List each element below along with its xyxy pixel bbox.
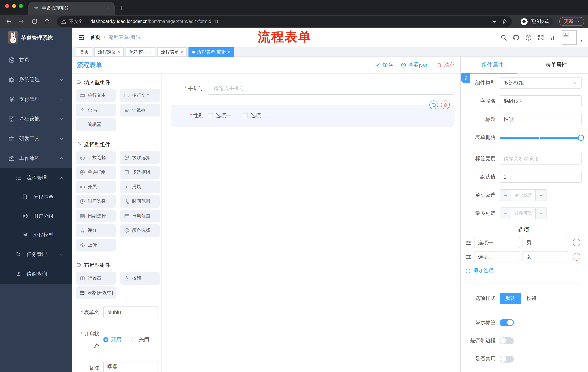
- save-button[interactable]: 保存: [375, 62, 393, 68]
- tag-process-form[interactable]: 流程表单×: [157, 47, 187, 57]
- sidebar-item-task-mgmt[interactable]: 任务管理: [0, 244, 73, 264]
- home-icon[interactable]: [42, 16, 52, 27]
- link-icon[interactable]: [461, 74, 470, 83]
- style-default-button[interactable]: 默认: [500, 293, 521, 304]
- component-cascader[interactable]: 级联选择: [120, 151, 160, 164]
- sidebar-fold-icon[interactable]: [73, 34, 90, 41]
- tag-home[interactable]: 首页: [76, 47, 92, 57]
- option2-value-input[interactable]: [523, 251, 568, 262]
- reload-icon[interactable]: [29, 16, 39, 27]
- component-multi-text[interactable]: 多行文本: [120, 89, 160, 102]
- slider-track[interactable]: [500, 137, 583, 139]
- min-select-stepper[interactable]: − 至少应选 +: [500, 189, 547, 201]
- window-controls[interactable]: [5, 4, 23, 8]
- component-select[interactable]: 下拉选择: [76, 151, 116, 164]
- slider-handle[interactable]: [578, 135, 584, 141]
- close-tab-icon[interactable]: ×: [105, 5, 111, 11]
- browser-update-button[interactable]: 更新 ⋮: [559, 17, 584, 26]
- component-radio-group[interactable]: 单选框组: [76, 166, 116, 179]
- sidebar-item-process-mgmt[interactable]: 流程管理: [0, 168, 73, 188]
- option2-label-input[interactable]: [474, 251, 520, 262]
- tag-process-model[interactable]: 流程模型×: [126, 47, 155, 57]
- close-icon[interactable]: ×: [118, 50, 120, 54]
- sidebar-item-infra[interactable]: 基础设施: [0, 109, 73, 129]
- copy-component-button[interactable]: [429, 100, 438, 109]
- canvas-field-phone[interactable]: 手机号 请输入手机号: [162, 82, 460, 95]
- component-counter[interactable]: 123 计数器: [120, 104, 160, 117]
- security-label[interactable]: 不安全: [69, 18, 83, 25]
- back-icon[interactable]: [4, 16, 14, 27]
- form-canvas[interactable]: 手机号 请输入手机号: [162, 74, 460, 372]
- component-password[interactable]: 密码: [76, 104, 116, 117]
- component-upload[interactable]: 上传: [76, 239, 116, 252]
- sidebar-item-workflow[interactable]: 工作流程: [0, 149, 73, 168]
- github-icon[interactable]: [512, 34, 520, 41]
- sidebar-item-process-form[interactable]: 流程表单: [0, 188, 73, 207]
- sidebar-item-system[interactable]: 系统管理: [0, 70, 73, 90]
- phone-input[interactable]: 请输入手机号: [208, 82, 454, 95]
- canvas-field-gender-selected[interactable]: 性别 选项一 选项二: [171, 105, 454, 127]
- help-icon[interactable]: [525, 34, 532, 41]
- avatar[interactable]: [562, 30, 577, 45]
- option1-value-input[interactable]: [523, 237, 568, 248]
- default-value-input[interactable]: [500, 171, 582, 183]
- border-toggle[interactable]: [500, 337, 514, 344]
- sidebar-item-devtools[interactable]: 研发工具: [0, 129, 73, 149]
- tag-process-form-edit[interactable]: 流程表单-编辑×: [189, 47, 234, 57]
- component-slider[interactable]: 滑块: [120, 181, 160, 193]
- remove-option-button[interactable]: −: [573, 239, 580, 246]
- address-bar[interactable]: 不安全 dashboard.yudao.iocoder.cn/bpm/manag…: [57, 16, 512, 27]
- browser-menu-icon[interactable]: ⋮: [576, 19, 581, 24]
- close-icon[interactable]: ×: [149, 50, 152, 54]
- status-on-radio[interactable]: 开启: [103, 336, 121, 343]
- maximize-window-icon[interactable]: [19, 4, 23, 8]
- minus-button[interactable]: −: [500, 208, 511, 219]
- component-date-picker[interactable]: 日期选择: [76, 210, 116, 223]
- avatar-caret-icon[interactable]: ▼: [580, 39, 583, 43]
- component-row-container[interactable]: 行容器: [76, 272, 116, 285]
- search-icon[interactable]: [500, 34, 507, 41]
- new-tab-button[interactable]: +: [120, 4, 124, 12]
- breadcrumb-home[interactable]: 首页: [90, 34, 100, 41]
- password-key-icon[interactable]: [491, 19, 497, 24]
- component-editor[interactable]: 编辑器: [76, 118, 116, 131]
- sidebar-item-user-group[interactable]: 用户分组: [0, 207, 73, 226]
- component-color-picker[interactable]: 颜色选择: [120, 224, 160, 237]
- plus-button[interactable]: +: [535, 208, 546, 219]
- clear-button[interactable]: 清空: [437, 62, 454, 68]
- component-checkbox-group[interactable]: 多选框组: [120, 166, 160, 179]
- status-off-radio[interactable]: 关闭: [131, 336, 149, 343]
- view-json-button[interactable]: 查看json: [401, 62, 429, 68]
- close-icon[interactable]: ×: [228, 50, 230, 54]
- disabled-toggle[interactable]: [500, 355, 514, 362]
- sidebar-item-home[interactable]: 首页: [0, 50, 73, 70]
- tag-process-definition[interactable]: 流程定义×: [94, 47, 124, 57]
- font-size-icon[interactable]: [549, 34, 557, 41]
- component-time-picker[interactable]: 时间选择: [76, 195, 116, 208]
- close-window-icon[interactable]: [5, 4, 9, 8]
- gender-option2-checkbox[interactable]: 选项二: [243, 112, 266, 119]
- minimize-window-icon[interactable]: [12, 4, 16, 8]
- drag-handle-icon[interactable]: [465, 239, 472, 246]
- remove-option-button[interactable]: −: [573, 253, 580, 261]
- form-grid-slider[interactable]: [500, 132, 583, 143]
- sidebar-item-payment[interactable]: 支付管理: [0, 90, 73, 109]
- tab-component-props[interactable]: 组件属性: [461, 57, 524, 73]
- style-button-button[interactable]: 按钮: [521, 293, 542, 304]
- component-type-select[interactable]: 多选框组: [500, 77, 582, 89]
- component-table-dev[interactable]: 表格[开发中]: [76, 287, 116, 299]
- show-label-toggle[interactable]: [500, 319, 514, 326]
- bookmark-star-icon[interactable]: [502, 19, 508, 24]
- forward-icon[interactable]: [16, 16, 27, 27]
- close-icon[interactable]: ×: [181, 50, 183, 54]
- component-switch[interactable]: 开关: [76, 181, 116, 193]
- component-rate[interactable]: 评分: [76, 224, 116, 237]
- browser-tab[interactable]: 芋道管理系统 ×: [28, 2, 115, 15]
- component-time-range[interactable]: 时间范围: [120, 195, 160, 208]
- remark-textarea[interactable]: 嘿嘿: [103, 361, 158, 372]
- tab-form-props[interactable]: 表单属性: [524, 57, 588, 73]
- max-select-stepper[interactable]: − 最多可选 +: [500, 207, 547, 219]
- component-date-range[interactable]: 日期范围: [120, 210, 160, 223]
- option1-label-input[interactable]: [474, 237, 520, 248]
- drag-handle-icon[interactable]: [465, 254, 472, 260]
